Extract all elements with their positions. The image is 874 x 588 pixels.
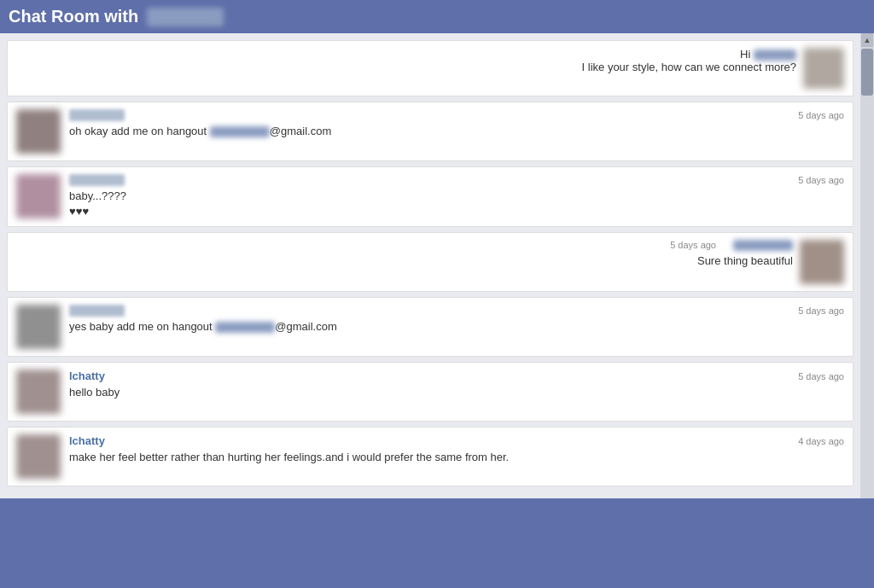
msg3-body: baby...???? ♥♥♥ — [69, 189, 844, 219]
msg3-header: 5 days ago — [69, 174, 844, 186]
msg6-timestamp: 5 days ago — [798, 371, 844, 381]
msg5-body: yes baby add me on hangout @gmail.com — [69, 319, 844, 335]
message-7: lchatty 4 days ago make her feel better … — [7, 427, 854, 486]
messages-area: Hi I like your style, how can we connect… — [0, 33, 860, 498]
msg7-content: lchatty 4 days ago make her feel better … — [69, 434, 844, 465]
msg4-avatar — [800, 240, 844, 284]
msg4-inner: 5 days ago Sure thing beautiful — [16, 240, 844, 284]
msg2-body: oh okay add me on hangout @gmail.com — [69, 124, 844, 139]
msg4-header: 5 days ago — [670, 240, 793, 251]
msg5-content: 5 days ago yes baby add me on hangout @g… — [69, 305, 844, 335]
message-5: 5 days ago yes baby add me on hangout @g… — [7, 297, 854, 357]
msg2-avatar — [16, 109, 61, 154]
message-3: 5 days ago baby...???? ♥♥♥ — [7, 166, 854, 227]
msg6-avatar — [16, 370, 61, 414]
msg3-content: 5 days ago baby...???? ♥♥♥ — [69, 174, 844, 219]
app-wrapper: Chat Room with Hi I like your style, how… — [0, 0, 874, 498]
msg6-content: lchatty 5 days ago hello baby — [69, 370, 844, 400]
msg4-timestamp: 5 days ago — [670, 240, 716, 251]
chat-outer: Hi I like your style, how can we connect… — [0, 33, 874, 498]
msg4-sender-blurred — [733, 240, 793, 251]
msg5-header: 5 days ago — [69, 305, 844, 317]
msg2-content: 5 days ago oh okay add me on hangout @gm… — [69, 109, 844, 139]
msg3-avatar — [16, 174, 61, 218]
msg7-sender-name: lchatty — [69, 434, 105, 447]
msg2-timestamp: 5 days ago — [798, 110, 844, 120]
msg6-header: lchatty 5 days ago — [69, 370, 844, 382]
msg5-timestamp: 5 days ago — [798, 306, 844, 316]
message-6: lchatty 5 days ago hello baby — [7, 362, 854, 422]
msg2-sender-blurred — [69, 109, 125, 121]
message-4: 5 days ago Sure thing beautiful — [7, 232, 854, 292]
msg4-text-block: 5 days ago Sure thing beautiful — [670, 240, 793, 267]
msg6-body: hello baby — [69, 385, 844, 400]
msg1-body: I like your style, how can we connect mo… — [582, 61, 796, 73]
msg3-hearts: ♥♥♥ — [69, 204, 844, 219]
msg4-body: Sure thing beautiful — [697, 254, 793, 267]
msg1-text-block: Hi I like your style, how can we connect… — [582, 48, 796, 73]
msg6-sender-name: lchatty — [69, 370, 105, 382]
msg3-sender-blurred — [69, 174, 125, 186]
message-1: Hi I like your style, how can we connect… — [7, 40, 854, 96]
msg7-header: lchatty 4 days ago — [69, 434, 844, 447]
scrollbar[interactable]: ▲ — [860, 33, 874, 498]
chat-header: Chat Room with — [0, 0, 874, 33]
msg7-avatar — [16, 434, 61, 479]
scrollbar-up-arrow[interactable]: ▲ — [861, 33, 873, 47]
header-username-blurred — [147, 8, 224, 26]
msg1-avatar — [803, 48, 844, 89]
msg3-line1: baby...???? — [69, 189, 844, 204]
scrollbar-thumb[interactable] — [861, 49, 873, 96]
msg5-avatar — [16, 305, 61, 349]
message-2: 5 days ago oh okay add me on hangout @gm… — [7, 102, 854, 161]
msg7-body: make her feel better rather than hurting… — [69, 450, 844, 465]
msg1-greeting: Hi — [740, 48, 796, 61]
msg2-header: 5 days ago — [69, 109, 844, 121]
msg7-timestamp: 4 days ago — [798, 436, 844, 446]
header-title: Chat Room with — [9, 7, 138, 26]
msg5-sender-blurred — [69, 305, 125, 317]
msg3-timestamp: 5 days ago — [798, 175, 844, 185]
